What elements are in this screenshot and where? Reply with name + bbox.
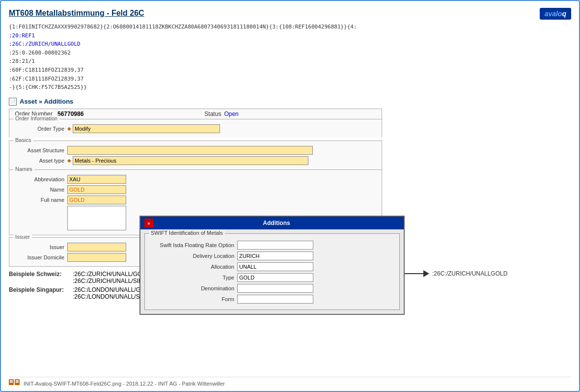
arrow-head: [423, 270, 429, 277]
schweiz-values: :26C:/ZURICH/UNALL/GOLD :26C:/ZURICH/UNA…: [73, 271, 150, 284]
asset-type-row: Asset type ◆: [13, 156, 378, 165]
singapur-label: Beispiele Singapur:: [9, 286, 73, 300]
abbreviation-label: Abbreviation: [13, 176, 67, 182]
issuer-title: Issuer: [13, 234, 32, 240]
delivery-location-label: Delivery Location: [149, 253, 237, 259]
delivery-location-input[interactable]: [237, 252, 313, 260]
denomination-input[interactable]: [237, 284, 313, 293]
asset-type-field: ◆: [67, 156, 308, 165]
swift-line6: :60F:C181118FOZ12839,37: [9, 66, 571, 75]
name-label: Name: [13, 187, 67, 193]
swift-line5: :28:21/1: [9, 57, 571, 66]
allocation-label: Allocation: [149, 264, 237, 270]
allocation-input[interactable]: [237, 262, 313, 271]
arrow-annotation-text: :26C:/ZURICH/UNALLGOLD: [432, 270, 507, 277]
schweiz-value-1: :26C:/ZURICH/UNALL/GOLD: [73, 271, 150, 278]
asset-structure-row: Asset Structure: [13, 146, 378, 155]
name-input[interactable]: [67, 185, 126, 194]
order-number-value: 56770986: [57, 111, 83, 117]
denomination-row: Denomination: [149, 284, 395, 293]
avaloq-small-icon: a: [144, 219, 153, 227]
asset-type-input[interactable]: [73, 156, 308, 165]
swift-line7: :62F:C181118FOZ12839,37: [9, 75, 571, 84]
order-information-group: Order Information Order Type ◆: [9, 119, 382, 138]
asset-additions-header: 📄 Asset » Additions: [9, 98, 571, 106]
swift-isda-label: Swift Isda Floating Rate Option: [149, 242, 237, 248]
schweiz-value-2: :26C:/ZURICH/UNALL/SILV: [73, 278, 150, 284]
abbreviation-row: Abbreviation: [13, 175, 378, 184]
delivery-location-row: Delivery Location: [149, 252, 395, 260]
schweiz-label: Beispiele Schweiz:: [9, 271, 73, 284]
names-title: Names: [13, 166, 34, 172]
diamond-icon-2: ◆: [67, 158, 71, 163]
arrow-shape: [404, 270, 429, 277]
svg-rect-3: [16, 380, 19, 381]
swift-line1: {1:F01INITCHZZAXXX9902978682}{2:O6080014…: [9, 23, 571, 31]
main-container: avaloq MT608 Metallabstimmung - Feld 26C…: [0, 0, 580, 392]
svg-rect-2: [10, 380, 13, 381]
asset-type-label: Asset type: [13, 158, 67, 164]
swift-line3: :26C:/ZURICH/UNALLGOLD: [9, 40, 571, 49]
issuer-domicile-input[interactable]: [67, 253, 126, 262]
denomination-label: Denomination: [149, 285, 237, 291]
arrow-annotation: :26C:/ZURICH/UNALLGOLD: [404, 270, 507, 277]
swift-isda-input[interactable]: [237, 241, 313, 250]
order-type-input[interactable]: [73, 124, 220, 133]
swift-line4: :25:0-2600-00802362: [9, 49, 571, 57]
basics-content: Asset Structure Asset type ◆: [9, 141, 382, 169]
order-information-content: Order Type ◆: [9, 119, 382, 138]
status-value: Open: [224, 111, 238, 117]
type-row: Type: [149, 273, 395, 282]
status-label: Status: [182, 111, 221, 117]
order-type-row: Order Type ◆: [13, 124, 378, 133]
svg-rect-4: [10, 382, 13, 383]
footer-text: INIT-Avaloq-SWIFT-MT608-Feld26C.png - 20…: [24, 381, 225, 387]
swift-identification-title: SWIFT Identification of Metals: [149, 230, 225, 236]
arrow-body: [404, 273, 423, 274]
form-input[interactable]: [237, 295, 313, 304]
basics-group: Basics Asset Structure Asset type ◆: [9, 140, 382, 169]
dialog-content: SWIFT Identification of Metals Swift Isd…: [140, 229, 404, 314]
swift-identification-section: SWIFT Identification of Metals Swift Isd…: [144, 233, 400, 310]
additions-dialog: a Additions SWIFT Identification of Meta…: [139, 216, 405, 315]
asset-structure-label: Asset Structure: [13, 147, 67, 153]
abbreviation-input[interactable]: [67, 175, 126, 184]
issuer-label: Issuer: [13, 244, 67, 250]
order-information-title: Order Information: [13, 115, 59, 121]
form-row: Form: [149, 295, 395, 304]
avaloq-logo: avaloq: [540, 8, 571, 20]
additions-dialog-titlebar: a Additions: [140, 217, 404, 229]
issuer-domicile-label: Issuer Domicile: [13, 254, 67, 260]
footer-icon: [9, 379, 21, 388]
page-title: MT608 Metallabstimmung - Feld 26C: [9, 9, 571, 18]
full-name-row: Full name: [13, 196, 378, 204]
swift-isda-row: Swift Isda Floating Rate Option: [149, 241, 395, 250]
order-type-label: Order Type: [13, 126, 67, 132]
allocation-row: Allocation: [149, 262, 395, 271]
full-name-input[interactable]: [67, 196, 126, 204]
basics-title: Basics: [13, 137, 33, 143]
asset-additions-title: Asset » Additions: [20, 98, 73, 105]
swift-line2: :20:REF1: [9, 31, 571, 40]
svg-rect-5: [16, 382, 19, 383]
name-row: Name: [13, 185, 378, 194]
type-label: Type: [149, 275, 237, 280]
order-type-field: ◆: [67, 124, 220, 133]
footer: INIT-Avaloq-SWIFT-MT608-Feld26C.png - 20…: [9, 377, 571, 388]
order-number-row: Order Number 56770986 Status Open: [9, 109, 382, 119]
type-input[interactable]: [237, 273, 313, 282]
swift-line8: -}{5:{CHK:F57C7B5A2525}}: [9, 83, 571, 92]
doc-icon: 📄: [9, 98, 17, 106]
additions-dialog-title: Additions: [263, 220, 290, 226]
issuer-input[interactable]: [67, 243, 126, 252]
asset-structure-input[interactable]: [67, 146, 313, 155]
full-name-label: Full name: [13, 197, 67, 203]
form-label: Form: [149, 296, 237, 302]
full-name-textarea[interactable]: [67, 206, 126, 230]
diamond-icon: ◆: [67, 126, 71, 131]
swift-message: {1:F01INITCHZZAXXX9902978682}{2:O6080014…: [9, 23, 571, 92]
